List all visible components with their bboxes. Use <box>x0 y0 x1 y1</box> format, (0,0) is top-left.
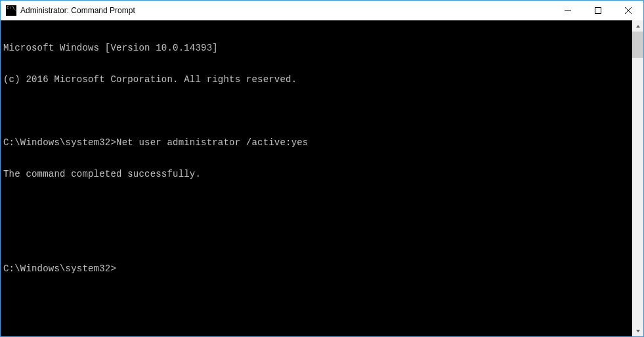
close-button[interactable] <box>613 1 643 20</box>
maximize-icon <box>595 7 601 14</box>
terminal-line <box>3 232 632 242</box>
terminal-output[interactable]: Microsoft Windows [Version 10.0.14393] (… <box>1 20 632 336</box>
minimize-button[interactable] <box>553 1 583 20</box>
terminal-line: C:\Windows\system32>Net user administrat… <box>3 137 632 148</box>
terminal-line <box>3 106 632 116</box>
terminal-line: Microsoft Windows [Version 10.0.14393] <box>3 43 632 53</box>
window-controls <box>553 1 643 20</box>
terminal-line: C:\Windows\system32> <box>3 263 632 274</box>
command-prompt-window: Administrator: Command Prompt Microsoft … <box>0 0 644 337</box>
scroll-up-button[interactable] <box>632 20 643 32</box>
svg-marker-5 <box>636 330 640 332</box>
terminal-line: (c) 2016 Microsoft Corporation. All righ… <box>3 74 632 85</box>
minimize-icon <box>565 7 571 14</box>
scrollbar-track[interactable] <box>632 32 643 325</box>
scroll-down-button[interactable] <box>632 325 643 336</box>
window-title: Administrator: Command Prompt <box>20 6 553 15</box>
terminal-line: The command completed successfully. <box>3 169 632 179</box>
vertical-scrollbar[interactable] <box>632 20 643 336</box>
scrollbar-thumb[interactable] <box>632 32 643 58</box>
chevron-down-icon <box>635 328 641 334</box>
cmd-icon <box>6 5 16 16</box>
client-area: Microsoft Windows [Version 10.0.14393] (… <box>1 20 643 336</box>
terminal-line <box>3 200 632 211</box>
close-icon <box>625 7 632 14</box>
titlebar[interactable]: Administrator: Command Prompt <box>1 1 643 20</box>
svg-rect-1 <box>595 8 601 14</box>
svg-marker-4 <box>636 25 640 28</box>
chevron-up-icon <box>635 24 641 29</box>
maximize-button[interactable] <box>583 1 613 20</box>
